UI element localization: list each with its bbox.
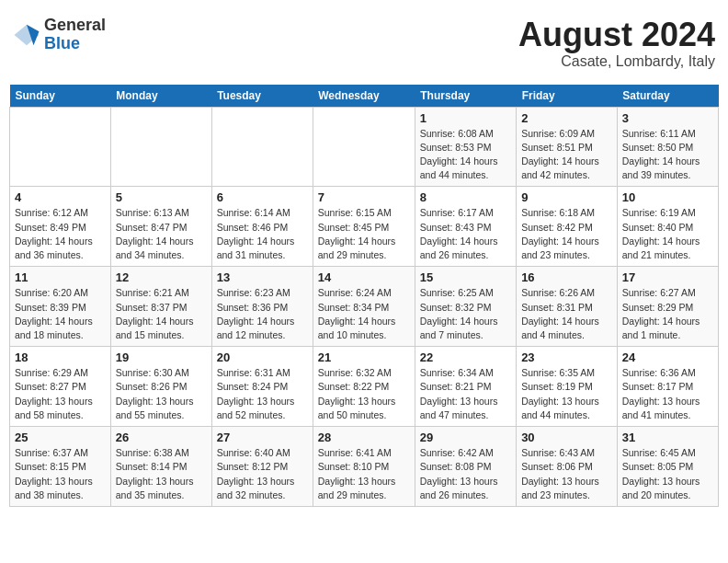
day-cell: 14Sunrise: 6:24 AM Sunset: 8:34 PM Dayli…: [313, 267, 415, 347]
day-cell: 6Sunrise: 6:14 AM Sunset: 8:46 PM Daylig…: [211, 187, 313, 267]
column-header-friday: Friday: [517, 85, 618, 108]
logo-general-text: General: [44, 17, 106, 35]
location-subtitle: Casate, Lombardy, Italy: [518, 53, 715, 70]
day-cell: 2Sunrise: 6:09 AM Sunset: 8:51 PM Daylig…: [517, 107, 618, 187]
day-cell: 17Sunrise: 6:27 AM Sunset: 8:29 PM Dayli…: [617, 267, 718, 347]
logo-icon: [13, 21, 40, 49]
day-cell: 7Sunrise: 6:15 AM Sunset: 8:45 PM Daylig…: [313, 187, 415, 267]
week-row-5: 25Sunrise: 6:37 AM Sunset: 8:15 PM Dayli…: [10, 427, 719, 507]
day-number: 8: [420, 190, 511, 204]
day-number: 3: [622, 111, 713, 125]
day-info: Sunrise: 6:38 AM Sunset: 8:14 PM Dayligh…: [116, 446, 207, 502]
day-cell: 20Sunrise: 6:31 AM Sunset: 8:24 PM Dayli…: [211, 347, 313, 427]
day-info: Sunrise: 6:15 AM Sunset: 8:45 PM Dayligh…: [318, 206, 410, 262]
page-header: General Blue August 2024 Casate, Lombard…: [9, 9, 719, 77]
logo: General Blue: [13, 17, 106, 53]
day-cell: 4Sunrise: 6:12 AM Sunset: 8:49 PM Daylig…: [10, 187, 111, 267]
logo-blue-text: Blue: [44, 35, 106, 53]
day-info: Sunrise: 6:14 AM Sunset: 8:46 PM Dayligh…: [217, 206, 308, 262]
day-cell: 9Sunrise: 6:18 AM Sunset: 8:42 PM Daylig…: [517, 187, 618, 267]
day-number: 31: [622, 431, 713, 444]
day-number: 27: [217, 431, 308, 444]
day-number: 2: [521, 111, 612, 125]
month-year-title: August 2024: [518, 17, 715, 53]
day-number: 19: [116, 350, 207, 364]
day-number: 18: [15, 350, 106, 364]
day-number: 15: [420, 270, 511, 284]
day-info: Sunrise: 6:21 AM Sunset: 8:37 PM Dayligh…: [116, 286, 207, 342]
day-cell: 10Sunrise: 6:19 AM Sunset: 8:40 PM Dayli…: [617, 187, 718, 267]
column-header-thursday: Thursday: [415, 85, 516, 108]
day-info: Sunrise: 6:13 AM Sunset: 8:47 PM Dayligh…: [116, 206, 207, 262]
week-row-1: 1Sunrise: 6:08 AM Sunset: 8:53 PM Daylig…: [10, 107, 719, 187]
day-cell: [110, 107, 211, 187]
column-header-sunday: Sunday: [10, 85, 111, 108]
day-info: Sunrise: 6:29 AM Sunset: 8:27 PM Dayligh…: [15, 366, 106, 422]
day-info: Sunrise: 6:45 AM Sunset: 8:05 PM Dayligh…: [622, 446, 713, 502]
day-info: Sunrise: 6:23 AM Sunset: 8:36 PM Dayligh…: [217, 286, 308, 342]
day-cell: 5Sunrise: 6:13 AM Sunset: 8:47 PM Daylig…: [110, 187, 211, 267]
day-cell: 24Sunrise: 6:36 AM Sunset: 8:17 PM Dayli…: [617, 347, 718, 427]
calendar-header: SundayMondayTuesdayWednesdayThursdayFrid…: [10, 85, 719, 108]
day-number: 12: [116, 270, 207, 284]
day-number: 11: [15, 270, 106, 284]
day-number: 21: [318, 350, 410, 364]
calendar-table: SundayMondayTuesdayWednesdayThursdayFrid…: [9, 85, 719, 507]
day-info: Sunrise: 6:17 AM Sunset: 8:43 PM Dayligh…: [420, 206, 511, 262]
day-number: 9: [521, 190, 612, 204]
column-header-monday: Monday: [110, 85, 211, 108]
day-info: Sunrise: 6:42 AM Sunset: 8:08 PM Dayligh…: [420, 446, 511, 502]
day-info: Sunrise: 6:35 AM Sunset: 8:19 PM Dayligh…: [521, 366, 612, 422]
day-info: Sunrise: 6:27 AM Sunset: 8:29 PM Dayligh…: [622, 286, 713, 342]
day-info: Sunrise: 6:26 AM Sunset: 8:31 PM Dayligh…: [521, 286, 612, 342]
day-info: Sunrise: 6:09 AM Sunset: 8:51 PM Dayligh…: [521, 127, 612, 183]
day-number: 10: [622, 190, 713, 204]
column-header-wednesday: Wednesday: [313, 85, 415, 108]
day-cell: [10, 107, 111, 187]
day-number: 14: [318, 270, 410, 284]
day-info: Sunrise: 6:37 AM Sunset: 8:15 PM Dayligh…: [15, 446, 106, 502]
day-number: 7: [318, 190, 410, 204]
week-row-3: 11Sunrise: 6:20 AM Sunset: 8:39 PM Dayli…: [10, 267, 719, 347]
day-cell: [313, 107, 415, 187]
day-cell: 1Sunrise: 6:08 AM Sunset: 8:53 PM Daylig…: [415, 107, 516, 187]
day-cell: 22Sunrise: 6:34 AM Sunset: 8:21 PM Dayli…: [415, 347, 516, 427]
day-cell: 3Sunrise: 6:11 AM Sunset: 8:50 PM Daylig…: [617, 107, 718, 187]
week-row-2: 4Sunrise: 6:12 AM Sunset: 8:49 PM Daylig…: [10, 187, 719, 267]
day-info: Sunrise: 6:08 AM Sunset: 8:53 PM Dayligh…: [420, 127, 511, 183]
day-number: 24: [622, 350, 713, 364]
day-number: 6: [217, 190, 308, 204]
day-info: Sunrise: 6:19 AM Sunset: 8:40 PM Dayligh…: [622, 206, 713, 262]
day-info: Sunrise: 6:43 AM Sunset: 8:06 PM Dayligh…: [521, 446, 612, 502]
day-cell: 15Sunrise: 6:25 AM Sunset: 8:32 PM Dayli…: [415, 267, 516, 347]
day-number: 5: [116, 190, 207, 204]
day-cell: 28Sunrise: 6:41 AM Sunset: 8:10 PM Dayli…: [313, 427, 415, 507]
day-info: Sunrise: 6:24 AM Sunset: 8:34 PM Dayligh…: [318, 286, 410, 342]
day-number: 22: [420, 350, 511, 364]
day-cell: 8Sunrise: 6:17 AM Sunset: 8:43 PM Daylig…: [415, 187, 516, 267]
day-cell: 18Sunrise: 6:29 AM Sunset: 8:27 PM Dayli…: [10, 347, 111, 427]
day-cell: 16Sunrise: 6:26 AM Sunset: 8:31 PM Dayli…: [517, 267, 618, 347]
day-cell: 31Sunrise: 6:45 AM Sunset: 8:05 PM Dayli…: [617, 427, 718, 507]
day-cell: 25Sunrise: 6:37 AM Sunset: 8:15 PM Dayli…: [10, 427, 111, 507]
day-number: 16: [521, 270, 612, 284]
day-cell: 26Sunrise: 6:38 AM Sunset: 8:14 PM Dayli…: [110, 427, 211, 507]
day-info: Sunrise: 6:18 AM Sunset: 8:42 PM Dayligh…: [521, 206, 612, 262]
day-cell: 27Sunrise: 6:40 AM Sunset: 8:12 PM Dayli…: [211, 427, 313, 507]
calendar-body: 1Sunrise: 6:08 AM Sunset: 8:53 PM Daylig…: [10, 107, 719, 506]
column-header-saturday: Saturday: [617, 85, 718, 108]
day-number: 20: [217, 350, 308, 364]
day-info: Sunrise: 6:32 AM Sunset: 8:22 PM Dayligh…: [318, 366, 410, 422]
day-number: 29: [420, 431, 511, 444]
day-number: 23: [521, 350, 612, 364]
day-cell: 30Sunrise: 6:43 AM Sunset: 8:06 PM Dayli…: [517, 427, 618, 507]
title-block: August 2024 Casate, Lombardy, Italy: [518, 17, 715, 70]
day-number: 28: [318, 431, 410, 444]
day-cell: 13Sunrise: 6:23 AM Sunset: 8:36 PM Dayli…: [211, 267, 313, 347]
day-cell: 23Sunrise: 6:35 AM Sunset: 8:19 PM Dayli…: [517, 347, 618, 427]
day-info: Sunrise: 6:34 AM Sunset: 8:21 PM Dayligh…: [420, 366, 511, 422]
day-info: Sunrise: 6:11 AM Sunset: 8:50 PM Dayligh…: [622, 127, 713, 183]
day-info: Sunrise: 6:30 AM Sunset: 8:26 PM Dayligh…: [116, 366, 207, 422]
day-cell: 21Sunrise: 6:32 AM Sunset: 8:22 PM Dayli…: [313, 347, 415, 427]
day-number: 30: [521, 431, 612, 444]
